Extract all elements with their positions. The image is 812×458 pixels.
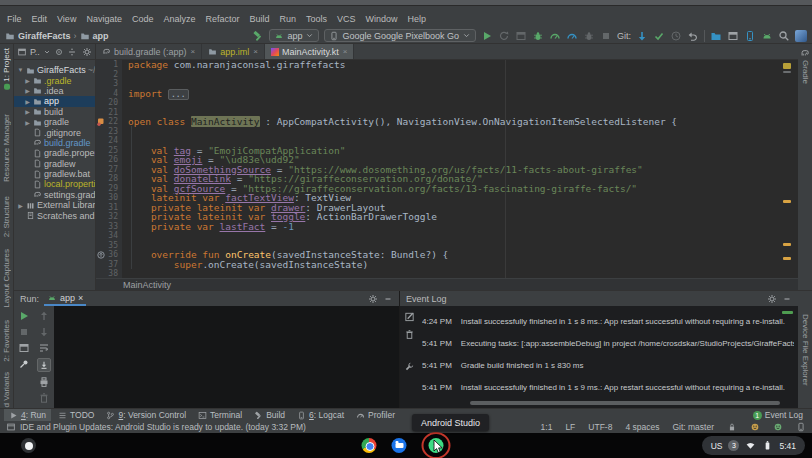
clear-log-icon[interactable] [404, 329, 415, 340]
toolwindow-button-build[interactable]: Build [249, 409, 290, 422]
tree-collapse-arrow[interactable]: ▶ [24, 108, 31, 115]
breadcrumb-project[interactable]: GiraffeFacts [18, 31, 71, 41]
profiler-button[interactable] [566, 30, 578, 42]
event-log-entry[interactable]: 5:41 PMExecuting tasks: [:app:assembleDe… [422, 339, 794, 348]
encoding[interactable]: UTF-8 [588, 422, 612, 432]
pin-tab-icon[interactable] [18, 358, 30, 370]
tree-collapse-arrow[interactable]: ▶ [24, 119, 31, 126]
print-icon[interactable] [38, 376, 50, 388]
profile-avatar[interactable] [795, 30, 807, 42]
locate-file-icon[interactable] [54, 47, 64, 57]
debug-button[interactable] [532, 30, 544, 42]
tree-item-gradle[interactable]: ▶gradle [14, 117, 95, 127]
event-log-entry[interactable]: 5:41 PMGradle build finished in 1 s 830 … [422, 361, 794, 370]
gradle-stripe-button[interactable]: Gradle [801, 60, 810, 84]
tree-item-gradlew-bat[interactable]: gradlew.bat [14, 169, 95, 179]
device-file-explorer-stripe-button[interactable]: Device File Explorer [801, 314, 810, 386]
menu-item-view[interactable]: View [52, 12, 81, 26]
editor-breadcrumb[interactable]: MainActivity [96, 278, 798, 290]
close-icon[interactable]: × [191, 47, 196, 56]
project-view-select[interactable]: P.. [30, 47, 40, 57]
inspection-highlight-icon[interactable] [750, 422, 760, 432]
toolwindow-button-9-version-control[interactable]: 9: Version Control [101, 409, 191, 422]
sync-project-icon[interactable] [710, 30, 722, 42]
breadcrumb-module[interactable]: app [93, 31, 109, 41]
soft-wrap-icon[interactable] [38, 342, 50, 354]
line-ending[interactable]: LF [565, 422, 575, 432]
menu-item-tools[interactable]: Tools [301, 12, 332, 26]
stripe-button-resource-manager[interactable]: Resource Manager [2, 114, 11, 182]
menu-item-edit[interactable]: Edit [27, 12, 53, 26]
menu-item-code[interactable]: Code [127, 12, 159, 26]
build-hammer-icon[interactable] [252, 30, 264, 42]
gear-icon[interactable] [368, 294, 378, 304]
stop-button[interactable] [600, 30, 612, 42]
caret-position[interactable]: 1:1 [541, 422, 553, 432]
tree-item-gradle[interactable]: ▶.gradle [14, 75, 95, 85]
stripe-button-layout-captures[interactable]: Layout Captures [2, 249, 11, 308]
menu-item-run[interactable]: Run [275, 12, 302, 26]
chrome-icon[interactable] [362, 438, 377, 453]
up-stack-trace-icon[interactable] [38, 310, 50, 322]
tree-item-build[interactable]: ▶build [14, 107, 95, 117]
tree-item-gradlew[interactable]: gradlew [14, 159, 95, 169]
restore-layout-icon[interactable] [18, 342, 30, 354]
status-message[interactable]: IDE and Plugin Updates: Android Studio i… [20, 422, 306, 432]
attach-debugger-icon[interactable] [583, 30, 595, 42]
tree-item-build-gradle[interactable]: build.gradle [14, 138, 95, 148]
scroll-to-end-icon[interactable] [37, 358, 51, 372]
apply-code-changes-icon[interactable] [515, 30, 527, 42]
menu-item-build[interactable]: Build [244, 12, 274, 26]
mark-all-read-icon[interactable] [404, 311, 415, 322]
menu-item-file[interactable]: File [2, 12, 27, 26]
collapse-all-icon[interactable] [67, 47, 77, 57]
device-select[interactable]: Google Google Pixelbook Go [324, 29, 476, 42]
tree-expand-arrow[interactable]: ▼ [17, 67, 24, 73]
menu-item-window[interactable]: Window [361, 12, 403, 26]
tree-collapse-arrow[interactable]: ▶ [17, 202, 24, 209]
tree-item-gradle-propert[interactable]: gradle.propert [14, 148, 95, 158]
run-button[interactable] [481, 30, 493, 42]
menu-item-navigate[interactable]: Navigate [81, 12, 127, 26]
git-branch[interactable]: Git: master [672, 422, 714, 432]
device-status-icon[interactable] [796, 422, 806, 432]
minimize-icon[interactable] [782, 294, 792, 304]
toolwindow-button-profiler[interactable]: Profiler [351, 409, 400, 422]
apply-changes-icon[interactable] [498, 30, 510, 42]
toolwindow-button-terminal[interactable]: Terminal [193, 409, 247, 422]
menu-item-refactor[interactable]: Refactor [200, 12, 244, 26]
project-structure-icon[interactable] [727, 30, 739, 42]
code-editor[interactable]: 1package com.naranjaconsal.giraffefacts2… [96, 60, 798, 278]
launcher-button[interactable] [21, 438, 36, 453]
tree-item-idea[interactable]: ▶.idea [14, 86, 95, 96]
gear-icon[interactable] [767, 294, 777, 304]
tree-item-external-libraries[interactable]: ▶External Libraries [14, 200, 95, 210]
minimize-icon[interactable] [383, 294, 393, 304]
run-tab-app[interactable]: app × [44, 291, 86, 306]
clear-console-icon[interactable] [38, 392, 50, 404]
editor-tab-build-gradle-app[interactable]: build.gradle (:app)× [96, 44, 202, 59]
tree-collapse-arrow[interactable]: ▶ [24, 77, 31, 84]
menu-item-vcs[interactable]: VCS [332, 12, 361, 26]
indent-setting[interactable]: 4 spaces [625, 422, 659, 432]
stripe-button-2-favorites[interactable]: 2: Favorites [2, 320, 11, 362]
run-configuration-select[interactable]: app [269, 29, 319, 42]
gear-icon[interactable] [82, 47, 92, 57]
tree-collapse-arrow[interactable]: ▶ [24, 98, 31, 105]
horizontal-scrollbar[interactable] [470, 401, 780, 405]
files-app-icon[interactable] [392, 438, 407, 453]
git-commit-icon[interactable] [653, 30, 665, 42]
tree-collapse-arrow[interactable]: ▶ [24, 87, 31, 94]
settings-wrench-icon[interactable] [404, 361, 415, 372]
avd-manager-icon[interactable] [761, 30, 773, 42]
tree-item-scratches-and-c[interactable]: Scratches and C [14, 210, 95, 220]
toolwindow-button-todo[interactable]: TODO [53, 409, 99, 422]
coverage-button[interactable] [549, 30, 561, 42]
editor-tab-mainactivity-kt[interactable]: MainActivity.kt× [265, 44, 355, 59]
event-log-entry[interactable]: 5:41 PMInstall successfully finished in … [422, 383, 794, 392]
sdk-manager-icon[interactable] [744, 30, 756, 42]
git-history-icon[interactable] [670, 30, 682, 42]
tree-item-app[interactable]: ▶app [14, 96, 95, 106]
tree-item-settings-gradl[interactable]: settings.gradl [14, 190, 95, 200]
run-console[interactable] [54, 306, 399, 408]
